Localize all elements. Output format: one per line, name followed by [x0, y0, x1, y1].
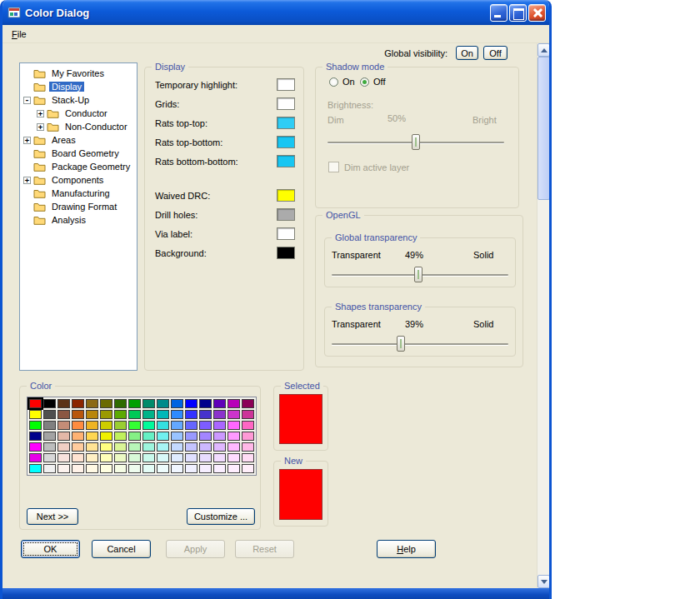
slider-thumb[interactable]: [397, 336, 405, 352]
palette-cell[interactable]: [114, 410, 127, 419]
palette-cell[interactable]: [128, 464, 141, 473]
slider-thumb[interactable]: [412, 134, 420, 150]
palette-cell[interactable]: [242, 410, 254, 419]
palette-cell[interactable]: [199, 453, 212, 462]
palette-cell[interactable]: [43, 442, 56, 452]
palette-cell[interactable]: [100, 432, 112, 441]
palette-cell[interactable]: [29, 399, 42, 408]
tree-item[interactable]: +Non-Conductor: [20, 120, 137, 133]
palette-cell[interactable]: [128, 453, 141, 462]
palette-cell[interactable]: [228, 410, 240, 419]
palette-cell[interactable]: [185, 464, 198, 473]
palette-cell[interactable]: [185, 442, 198, 452]
palette-cell[interactable]: [86, 453, 98, 462]
palette-cell[interactable]: [142, 399, 155, 408]
expand-icon[interactable]: +: [37, 123, 44, 131]
palette-cell[interactable]: [128, 410, 141, 419]
palette-cell[interactable]: [43, 453, 56, 462]
palette-cell[interactable]: [142, 464, 155, 473]
palette-cell[interactable]: [213, 453, 226, 462]
palette-cell[interactable]: [171, 464, 183, 473]
slider-thumb[interactable]: [414, 267, 422, 282]
shadow-on-radio[interactable]: On: [329, 77, 355, 87]
color-swatch[interactable]: [277, 117, 295, 129]
palette-cell[interactable]: [100, 453, 112, 462]
palette-cell[interactable]: [228, 442, 240, 452]
palette-cell[interactable]: [58, 442, 70, 452]
palette-cell[interactable]: [142, 421, 155, 430]
expand-icon[interactable]: +: [23, 177, 31, 184]
palette-cell[interactable]: [185, 399, 198, 408]
palette-cell[interactable]: [171, 453, 183, 462]
palette-cell[interactable]: [72, 453, 84, 462]
palette-cell[interactable]: [242, 442, 254, 452]
palette-cell[interactable]: [29, 442, 42, 452]
palette-cell[interactable]: [213, 464, 226, 473]
palette-cell[interactable]: [72, 432, 84, 441]
scrollbar-thumb[interactable]: [538, 57, 550, 200]
tree-item[interactable]: +Conductor: [20, 107, 137, 120]
palette-cell[interactable]: [86, 421, 98, 430]
tree-item[interactable]: My Favorites: [20, 67, 137, 80]
palette-cell[interactable]: [171, 432, 183, 441]
palette-cell[interactable]: [242, 399, 254, 408]
palette-cell[interactable]: [86, 432, 98, 441]
help-button[interactable]: Help: [377, 540, 436, 558]
palette-cell[interactable]: [72, 421, 84, 430]
palette-cell[interactable]: [114, 453, 127, 462]
tree-item-label[interactable]: My Favorites: [49, 68, 107, 78]
vertical-scrollbar[interactable]: [537, 43, 549, 588]
color-swatch[interactable]: [277, 208, 295, 221]
palette-cell[interactable]: [72, 442, 84, 452]
slider-track[interactable]: [332, 343, 508, 345]
tree-item-label[interactable]: Areas: [49, 135, 78, 145]
palette-cell[interactable]: [185, 410, 198, 419]
palette-cell[interactable]: [128, 442, 141, 452]
palette-cell[interactable]: [86, 442, 98, 452]
palette-cell[interactable]: [199, 410, 212, 419]
palette-cell[interactable]: [157, 442, 169, 452]
palette-cell[interactable]: [185, 432, 198, 441]
customize-button[interactable]: Customize ...: [187, 508, 255, 525]
palette-cell[interactable]: [157, 453, 169, 462]
palette-cell[interactable]: [213, 399, 226, 408]
palette-cell[interactable]: [228, 399, 240, 408]
tree-item[interactable]: Analysis: [20, 213, 137, 227]
brightness-slider[interactable]: [328, 134, 504, 151]
palette-cell[interactable]: [29, 464, 42, 473]
close-button[interactable]: [528, 4, 546, 22]
tree-item[interactable]: Display: [20, 80, 137, 93]
palette-cell[interactable]: [100, 464, 112, 473]
color-swatch[interactable]: [277, 155, 295, 167]
palette-cell[interactable]: [43, 464, 56, 473]
expand-icon[interactable]: +: [23, 137, 31, 144]
palette-cell[interactable]: [157, 399, 169, 408]
palette-cell[interactable]: [185, 453, 198, 462]
palette-cell[interactable]: [213, 410, 226, 419]
palette-cell[interactable]: [213, 421, 226, 430]
palette-cell[interactable]: [157, 410, 169, 419]
palette-cell[interactable]: [58, 464, 70, 473]
palette-cell[interactable]: [199, 432, 212, 441]
color-swatch[interactable]: [277, 227, 295, 240]
palette-cell[interactable]: [100, 410, 112, 419]
tree-item-label[interactable]: Components: [49, 175, 106, 185]
tree-item[interactable]: Package Geometry: [20, 160, 137, 173]
palette-cell[interactable]: [72, 399, 84, 408]
palette-cell[interactable]: [86, 410, 98, 419]
color-swatch[interactable]: [277, 136, 295, 148]
expand-icon[interactable]: +: [37, 110, 44, 117]
palette-cell[interactable]: [157, 421, 169, 430]
color-swatch[interactable]: [277, 189, 295, 202]
color-swatch[interactable]: [277, 97, 295, 110]
tree-item-label[interactable]: Conductor: [62, 108, 110, 118]
palette-cell[interactable]: [43, 421, 56, 430]
palette-cell[interactable]: [128, 421, 141, 430]
palette-cell[interactable]: [114, 432, 127, 441]
title-bar[interactable]: Color Dialog: [2, 0, 549, 25]
palette-cell[interactable]: [43, 399, 56, 408]
color-swatch[interactable]: [277, 78, 295, 91]
palette-cell[interactable]: [142, 453, 155, 462]
palette-cell[interactable]: [58, 399, 70, 408]
palette-cell[interactable]: [86, 399, 98, 408]
